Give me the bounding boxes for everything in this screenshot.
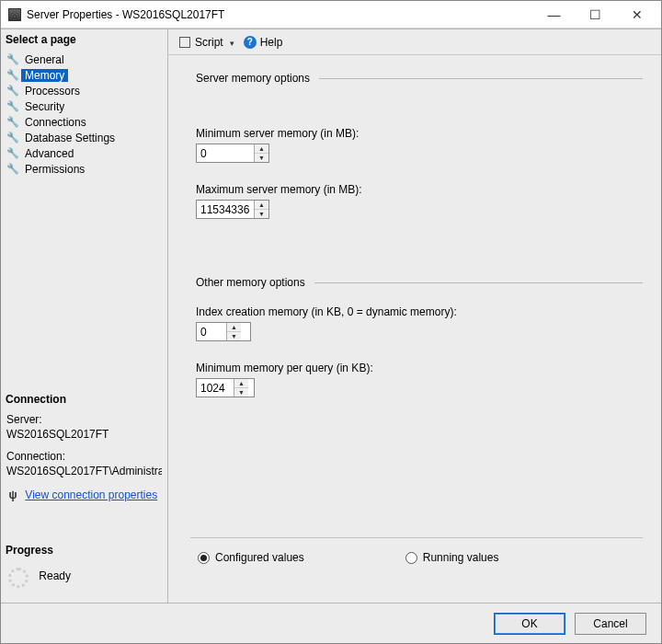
nav-label: Connections xyxy=(21,116,90,129)
running-values-label: Running values xyxy=(423,551,499,564)
nav-label: Memory xyxy=(21,69,68,82)
script-button[interactable]: Script xyxy=(176,34,237,51)
wrench-icon: 🔧 xyxy=(6,147,19,159)
divider xyxy=(190,537,643,538)
running-values-radio[interactable]: Running values xyxy=(405,551,499,564)
connection-label: Connection: xyxy=(6,450,162,463)
wrench-icon: 🔧 xyxy=(6,100,19,112)
divider xyxy=(319,78,643,79)
minimize-button[interactable]: — xyxy=(533,1,575,29)
nav-label: Database Settings xyxy=(21,132,119,144)
nav-connections[interactable]: 🔧Connections xyxy=(5,114,166,130)
server-icon xyxy=(8,8,21,21)
view-connection-properties-link[interactable]: View connection properties xyxy=(25,489,157,501)
index-memory-label: Index creation memory (in KB, 0 = dynami… xyxy=(196,305,643,318)
spin-down-icon[interactable]: ▼ xyxy=(255,154,268,162)
connection-value: WS2016SQL2017FT\Administrator xyxy=(6,465,162,477)
progress-status: Ready xyxy=(39,569,71,582)
chevron-down-icon xyxy=(227,36,234,49)
nav-memory[interactable]: 🔧Memory xyxy=(5,67,166,83)
min-memory-input[interactable]: ▲▼ xyxy=(196,144,269,163)
max-memory-label: Maximum server memory (in MB): xyxy=(196,183,643,196)
spin-down-icon[interactable]: ▼ xyxy=(227,332,241,340)
wrench-icon: 🔧 xyxy=(6,163,19,175)
progress-heading: Progress xyxy=(1,540,167,560)
help-label: Help xyxy=(260,36,283,49)
wrench-icon: 🔧 xyxy=(6,132,19,144)
spin-down-icon[interactable]: ▼ xyxy=(255,210,268,218)
ok-button[interactable]: OK xyxy=(494,613,565,635)
page-nav: 🔧General 🔧Memory 🔧Processors 🔧Security 🔧… xyxy=(1,50,167,186)
index-memory-field[interactable] xyxy=(197,323,226,340)
nav-label: Security xyxy=(21,100,68,113)
nav-permissions[interactable]: 🔧Permissions xyxy=(5,161,166,177)
server-memory-group-title: Server memory options xyxy=(196,72,310,85)
right-pane: Script ? Help Server memory options Mini… xyxy=(168,29,661,603)
wrench-icon: 🔧 xyxy=(6,53,19,65)
nav-security[interactable]: 🔧Security xyxy=(5,98,166,114)
script-label: Script xyxy=(195,36,223,49)
wrench-icon: 🔧 xyxy=(6,85,19,97)
radio-icon xyxy=(405,552,417,564)
close-button[interactable]: ✕ xyxy=(616,1,657,29)
spin-up-icon[interactable]: ▲ xyxy=(255,201,268,210)
toolbar: Script ? Help xyxy=(168,29,661,55)
wrench-icon: 🔧 xyxy=(6,69,19,81)
query-memory-field[interactable] xyxy=(197,379,234,397)
nav-label: General xyxy=(21,53,68,66)
select-page-heading: Select a page xyxy=(1,29,167,50)
progress-spinner-icon xyxy=(8,568,29,588)
connection-info: Server: WS2016SQL2017FT Connection: WS20… xyxy=(1,409,167,512)
nav-label: Processors xyxy=(21,85,84,98)
min-memory-field[interactable] xyxy=(197,144,254,162)
connection-heading: Connection xyxy=(1,389,167,409)
query-memory-label: Minimum memory per query (in KB): xyxy=(196,362,643,374)
left-pane: Select a page 🔧General 🔧Memory 🔧Processo… xyxy=(1,29,168,603)
help-button[interactable]: ? Help xyxy=(241,34,286,51)
connection-properties-icon: ψ xyxy=(6,489,19,501)
spin-up-icon[interactable]: ▲ xyxy=(234,379,248,388)
nav-processors[interactable]: 🔧Processors xyxy=(5,83,166,98)
spin-up-icon[interactable]: ▲ xyxy=(255,144,268,154)
footer: OK Cancel xyxy=(1,603,661,643)
content: Server memory options Minimum server mem… xyxy=(168,55,661,603)
server-value: WS2016SQL2017FT xyxy=(6,428,162,441)
nav-label: Advanced xyxy=(21,147,77,160)
progress-area: Ready xyxy=(1,560,167,603)
nav-advanced[interactable]: 🔧Advanced xyxy=(5,145,166,161)
other-memory-group-title: Other memory options xyxy=(196,276,305,289)
divider xyxy=(314,282,643,283)
script-icon xyxy=(178,36,191,49)
cancel-button[interactable]: Cancel xyxy=(575,613,646,635)
nav-label: Permissions xyxy=(21,163,88,176)
nav-database-settings[interactable]: 🔧Database Settings xyxy=(5,130,166,145)
spin-up-icon[interactable]: ▲ xyxy=(227,323,241,332)
wrench-icon: 🔧 xyxy=(6,116,19,128)
nav-general[interactable]: 🔧General xyxy=(5,52,166,67)
window-title: Server Properties - WS2016SQL2017FT xyxy=(27,8,533,21)
spin-down-icon[interactable]: ▼ xyxy=(234,388,248,397)
server-label: Server: xyxy=(6,413,162,426)
radio-icon xyxy=(198,552,210,564)
max-memory-input[interactable]: ▲▼ xyxy=(196,200,269,219)
index-memory-input[interactable]: ▲▼ xyxy=(196,322,251,341)
min-memory-label: Minimum server memory (in MB): xyxy=(196,127,643,140)
query-memory-input[interactable]: ▲▼ xyxy=(196,378,255,397)
configured-values-label: Configured values xyxy=(215,551,304,564)
titlebar[interactable]: Server Properties - WS2016SQL2017FT — ☐ … xyxy=(1,1,661,29)
maximize-button[interactable]: ☐ xyxy=(575,1,616,29)
configured-values-radio[interactable]: Configured values xyxy=(198,551,304,564)
max-memory-field[interactable] xyxy=(197,201,254,218)
help-icon: ? xyxy=(244,36,257,49)
